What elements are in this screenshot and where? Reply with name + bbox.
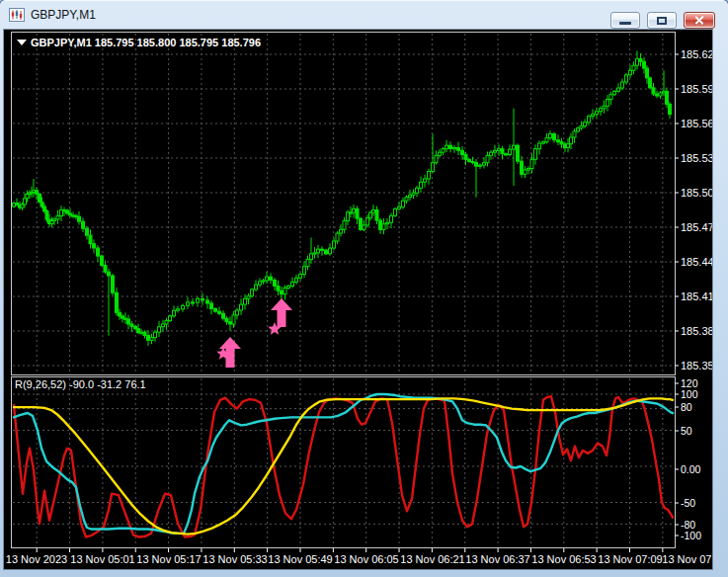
time-axis-label: 13 Nov 07:25: [662, 553, 712, 565]
main-chart-panel-border: [12, 33, 676, 375]
time-axis-label: 13 Nov 06:53: [531, 553, 596, 565]
indicator-axis-label: -100: [681, 530, 701, 541]
minimize-icon: [619, 22, 631, 25]
candlesticks: [13, 51, 672, 347]
time-axis-label: 13 Nov 2023: [6, 553, 67, 565]
price-axis-label: 185.595: [681, 83, 712, 95]
chart-surface[interactable]: 185.625185.595185.565185.535185.505185.4…: [4, 30, 712, 569]
indicator-axis-label: -50: [681, 497, 695, 509]
indicator-line-cyan: [14, 394, 673, 534]
time-axis-label: 13 Nov 05:49: [268, 553, 332, 565]
minimize-button[interactable]: [610, 12, 640, 29]
window-controls: [610, 12, 715, 29]
price-axis-label: 185.475: [681, 221, 712, 233]
price-axis-label: 185.385: [681, 325, 712, 337]
time-axis-label: 13 Nov 05:33: [202, 553, 267, 565]
indicator-info-label: R(9,26,52) -90.0 -31.2 76.1: [15, 378, 146, 390]
indicator-axis-label: 50: [681, 425, 692, 437]
chart-icon: [9, 7, 25, 23]
price-axis-label: 185.535: [681, 152, 712, 164]
time-axis-label: 13 Nov 05:17: [136, 553, 201, 565]
indicator-panel-border: [12, 377, 676, 548]
chart-window: GBPJPY,M1 185.625185.595185.565185.53518…: [0, 0, 728, 577]
price-axis-label: 185.565: [681, 118, 712, 129]
time-axis-label: 13 Nov 06:37: [465, 553, 529, 565]
window-title: GBPJPY,M1: [31, 8, 96, 22]
indicator-axis-label: 0.00: [681, 463, 701, 475]
time-axis-label: 13 Nov 07:09: [598, 553, 662, 565]
title-bar[interactable]: GBPJPY,M1: [0, 0, 728, 30]
maximize-button[interactable]: [647, 12, 677, 29]
ohlc-info-label: GBPJPY,M1 185.795 185.800 185.795 185.79…: [31, 37, 261, 48]
price-axis-label: 185.445: [681, 256, 712, 268]
close-icon: [694, 15, 705, 26]
time-axis-label: 13 Nov 06:21: [400, 553, 464, 565]
price-axis-label: 185.415: [681, 290, 712, 302]
indicator-axis-label: 80: [681, 401, 692, 413]
price-axis-label: 185.625: [681, 48, 712, 60]
price-axis-label: 185.505: [681, 187, 712, 199]
maximize-icon: [657, 17, 667, 25]
time-axis-label: 13 Nov 05:01: [70, 553, 134, 565]
price-axis-label: 185.355: [681, 360, 712, 371]
buy-arrow-2: [271, 298, 292, 327]
indicator-axis-label: 100: [681, 388, 698, 400]
chevron-down-icon[interactable]: [17, 40, 27, 45]
close-button[interactable]: [684, 12, 715, 29]
time-axis-label: 13 Nov 06:05: [334, 553, 398, 565]
chart-client-area: 185.625185.595185.565185.535185.505185.4…: [4, 30, 712, 569]
